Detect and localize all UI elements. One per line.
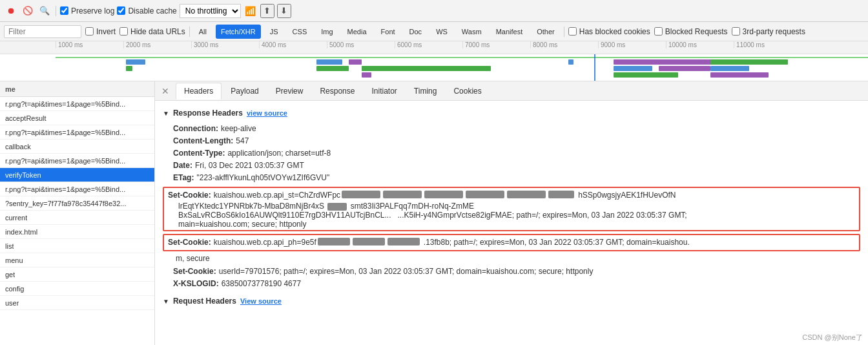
filter-type-wasm[interactable]: Wasm (457, 25, 487, 39)
filter-type-fetch-xhr[interactable]: Fetch/XHR (216, 25, 261, 39)
list-item[interactable]: r.png?t=api&times=1&page=%5Bind... (0, 154, 154, 168)
filter-type-font[interactable]: Font (376, 25, 400, 39)
wifi-icon[interactable]: 📶 (243, 4, 258, 18)
filter-type-manifest[interactable]: Manifest (491, 25, 528, 39)
filter-type-media[interactable]: Media (342, 25, 372, 39)
header-connection: Connection: keep-alive (163, 123, 860, 135)
tab-initiator[interactable]: Initiator (364, 83, 404, 99)
list-item[interactable]: menu (0, 253, 154, 267)
tab-timing[interactable]: Timing (406, 83, 445, 99)
list-item[interactable]: user (0, 296, 154, 310)
third-party-checkbox[interactable] (732, 27, 740, 36)
item-name: ?sentry_key=7f77fa978c35447f8e32... (5, 200, 126, 207)
close-panel-button[interactable]: ✕ (160, 86, 170, 96)
wf-bar-5 (349, 59, 362, 65)
tick-6: 6000 ms (395, 41, 462, 48)
list-item[interactable]: callback (0, 140, 154, 154)
blocked-cookies-checkbox[interactable] (568, 27, 577, 36)
blocked-cookies-label[interactable]: Has blocked cookies (579, 27, 650, 36)
tick-1: 1000 ms (56, 41, 123, 48)
disable-cache-label[interactable]: Disable cache (128, 6, 176, 16)
item-name: r.png?t=api&times=1&page=%5Bind... (5, 185, 125, 193)
wf-bar-9 (614, 59, 717, 65)
hide-data-urls-group: Hide data URLs (119, 27, 185, 36)
tick-5: 5000 ms (327, 41, 395, 48)
list-item[interactable]: acceptResult (0, 111, 154, 125)
list-item[interactable]: list (0, 239, 154, 253)
invert-group: Invert (85, 27, 116, 36)
wf-bar-4 (316, 66, 349, 71)
filter-type-ws[interactable]: WS (431, 25, 453, 39)
download-icon[interactable]: ⬇ (277, 4, 291, 18)
response-headers-title: Response Headers (173, 109, 243, 118)
header-x-kslogid: X-KSLOGID: 63850073778190 4677 (163, 278, 860, 290)
timeline-green-bar (56, 57, 868, 58)
invert-label[interactable]: Invert (96, 27, 116, 36)
detail-content: ▼ Response Headers view source Connectio… (155, 101, 868, 345)
request-list: me r.png?t=api&times=1&page=%5Bind... ac… (0, 81, 155, 345)
set-cookie-1-box: Set-Cookie: kuaishou.web.cp.api_st=ChZrd… (163, 187, 860, 231)
search-button[interactable]: 🔍 (37, 4, 52, 18)
set-cookie-1-line2: lrEqtYKtedc1YPNRbk7b-MbaD8mNjBr4xS smt83… (165, 202, 858, 211)
list-item[interactable]: ?sentry_key=7f77fa978c35447f8e32... (0, 196, 154, 211)
header-value-cont2: .13fb8b; path=/; expires=Mon, 03 Jan 202… (424, 238, 690, 247)
hide-data-urls-label[interactable]: Hide data URLs (130, 27, 185, 36)
wf-bar-13 (710, 59, 788, 65)
item-name: config (5, 285, 24, 293)
wf-bar-10 (614, 66, 652, 71)
view-source-link[interactable]: view source (247, 109, 287, 117)
tab-preview[interactable]: Preview (268, 83, 311, 99)
invert-checkbox[interactable] (85, 27, 94, 36)
tick-11: 11000 ms (734, 41, 801, 48)
upload-icon[interactable]: ⬆ (260, 4, 274, 18)
list-item[interactable]: r.png?t=api&times=1&page=%5Bind... (0, 97, 154, 111)
blocked-requests-label[interactable]: Blocked Requests (665, 27, 728, 36)
tick-10: 10000 ms (666, 41, 734, 48)
filter-sep-2 (564, 26, 564, 37)
sep-1 (56, 6, 56, 16)
wf-bar-7 (362, 72, 371, 78)
detail-panel: ✕ Headers Payload Preview Response Initi… (155, 81, 868, 345)
disable-cache-checkbox[interactable] (117, 6, 125, 15)
throttling-select[interactable]: No throttling (180, 4, 241, 18)
list-item[interactable]: config (0, 282, 154, 296)
redacted-1 (342, 191, 380, 198)
third-party-group: 3rd-party requests (732, 27, 805, 36)
item-name: acceptResult (5, 114, 46, 122)
tab-payload[interactable]: Payload (223, 83, 266, 99)
wf-bar-11 (614, 72, 678, 78)
filter-type-all[interactable]: All (194, 25, 212, 39)
filter-type-doc[interactable]: Doc (404, 25, 428, 39)
blocked-requests-checkbox[interactable] (654, 27, 663, 36)
list-item[interactable]: get (0, 267, 154, 282)
clear-button[interactable]: 🚫 (21, 4, 35, 18)
tick-2: 2000 ms (123, 41, 191, 48)
list-item[interactable]: r.png?t=api&times=1&page=%5Bind... (0, 182, 154, 196)
list-item[interactable]: r.png?t=api&times=1&page=%5Bind... (0, 125, 154, 140)
filter-type-img[interactable]: Img (316, 25, 338, 39)
column-name-header: me (5, 85, 16, 93)
list-item-active[interactable]: verifyToken (0, 168, 154, 182)
tab-cookies[interactable]: Cookies (446, 83, 489, 99)
filter-type-other[interactable]: Other (532, 25, 560, 39)
section-toggle-2[interactable]: ▼ (163, 298, 169, 305)
header-name: Set-Cookie: (168, 238, 211, 247)
tab-response[interactable]: Response (312, 83, 362, 99)
filter-type-js[interactable]: JS (265, 25, 284, 39)
preserve-log-checkbox[interactable] (60, 6, 68, 15)
third-party-label[interactable]: 3rd-party requests (743, 27, 805, 36)
header-date: Date: Fri, 03 Dec 2021 03:05:37 GMT (163, 160, 860, 172)
preserve-log-label[interactable]: Preserve log (71, 6, 114, 16)
record-button[interactable]: ⏺ (4, 4, 18, 18)
list-item[interactable]: index.html (0, 225, 154, 239)
wf-bar-14 (710, 66, 749, 71)
filter-type-css[interactable]: CSS (287, 25, 313, 39)
tab-headers[interactable]: Headers (176, 83, 222, 99)
wf-bar-6 (362, 66, 491, 71)
view-source-link-2[interactable]: View source (240, 297, 282, 305)
list-item[interactable]: current (0, 211, 154, 225)
hide-data-urls-checkbox[interactable] (119, 27, 128, 36)
header-name: ETag: (173, 173, 194, 182)
filter-input[interactable] (4, 25, 81, 38)
section-toggle[interactable]: ▼ (163, 110, 169, 117)
